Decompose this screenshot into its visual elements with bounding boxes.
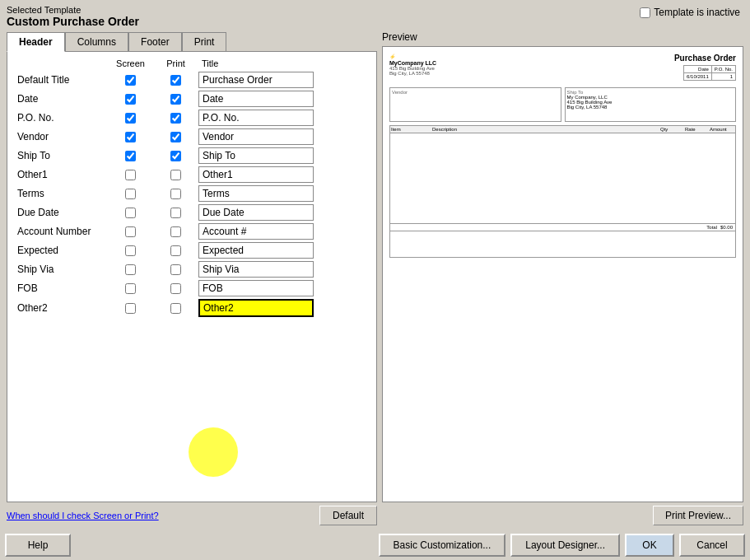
print-checkbox-other1[interactable] [170, 170, 181, 180]
field-row-po-no: P.O. No. [14, 110, 370, 126]
print-checkbox-date[interactable] [170, 94, 181, 105]
preview-date-value: 6/10/2011 [684, 73, 712, 81]
screen-checkbox-date[interactable] [125, 94, 136, 105]
col-field-header [17, 58, 108, 68]
title-input-terms[interactable] [198, 185, 314, 202]
label-ship-via: Ship Via [17, 264, 108, 275]
preview-ship-to-addr3: Big City, LA 55748 [567, 105, 734, 110]
preview-col-rate: Rate [685, 127, 710, 132]
screen-checkbox-terms[interactable] [125, 189, 136, 199]
basic-customization-button[interactable]: Basic Customization... [379, 534, 506, 557]
tab-print[interactable]: Print [182, 32, 227, 52]
label-due-date: Due Date [17, 207, 108, 218]
label-fob: FOB [17, 282, 108, 294]
screen-checkbox-other2[interactable] [125, 303, 136, 314]
label-other2: Other2 [17, 302, 108, 314]
label-other1: Other1 [17, 169, 108, 180]
field-row-vendor: Vendor [14, 128, 370, 145]
main-window: Selected Template Custom Purchase Order … [0, 0, 750, 560]
print-checkbox-vendor[interactable] [170, 132, 181, 142]
title-input-vendor[interactable] [198, 128, 314, 145]
left-panel: Header Columns Footer Print Screen Print… [7, 31, 377, 525]
screen-checkbox-ship-via[interactable] [125, 264, 136, 275]
col-print-header: Print [153, 58, 198, 68]
screen-checkbox-other1[interactable] [125, 170, 136, 180]
preview-col-qty: Qty [660, 127, 685, 132]
print-preview-button[interactable]: Print Preview... [653, 506, 743, 525]
field-row-date: Date [14, 91, 370, 107]
cancel-button[interactable]: Cancel [679, 534, 745, 557]
screen-checkbox-fob[interactable] [125, 283, 136, 294]
print-checkbox-due-date[interactable] [170, 208, 181, 218]
label-expected: Expected [17, 245, 108, 256]
preview-vendor-label: Vendor [392, 90, 559, 95]
field-row-due-date: Due Date [14, 204, 370, 221]
field-row-expected: Expected [14, 242, 370, 259]
field-row-fob: FOB [14, 280, 370, 296]
selected-template-label: Selected Template [7, 5, 743, 15]
field-row-other1: Other1 [14, 166, 370, 183]
title-input-other1[interactable] [198, 166, 314, 183]
title-input-po-no[interactable] [198, 110, 314, 126]
title-input-other2[interactable] [198, 299, 314, 317]
field-row-account-number: Account Number [14, 223, 370, 240]
print-checkbox-default-title[interactable] [170, 75, 181, 86]
screen-checkbox-po-no[interactable] [125, 113, 136, 124]
preview-po-no-value: 1 [711, 73, 735, 81]
print-checkbox-expected[interactable] [170, 245, 181, 256]
title-input-account-number[interactable] [198, 223, 314, 240]
screen-checkbox-account-number[interactable] [125, 226, 136, 237]
preview-col-desc: Description [432, 127, 660, 132]
print-checkbox-ship-via[interactable] [170, 264, 181, 275]
preview-po-title: Purchase Order [674, 54, 736, 63]
title-input-date[interactable] [198, 91, 314, 107]
screen-checkbox-expected[interactable] [125, 245, 136, 256]
field-row-ship-via: Ship Via [14, 261, 370, 278]
preview-label: Preview [382, 31, 743, 43]
header-content: Screen Print Title Default Title Date [7, 51, 377, 502]
label-default-title: Default Title [17, 74, 108, 86]
title-input-ship-via[interactable] [198, 261, 314, 278]
footer-buttons: Help Basic Customization... Layout Desig… [0, 529, 750, 560]
tabs-container: Header Columns Footer Print [7, 31, 377, 51]
tab-header[interactable]: Header [7, 32, 65, 52]
layout-designer-button[interactable]: Layout Designer... [510, 534, 620, 557]
default-button[interactable]: Default [319, 506, 377, 525]
field-row-other2: Other2 [14, 299, 370, 317]
template-inactive-checkbox[interactable] [640, 7, 650, 18]
screen-checkbox-due-date[interactable] [125, 208, 136, 218]
print-checkbox-terms[interactable] [170, 189, 181, 199]
screen-checkbox-vendor[interactable] [125, 132, 136, 142]
screen-checkbox-ship-to[interactable] [125, 151, 136, 161]
right-panel: Preview ⚡ MyCompany LLC 415 Big Building… [382, 31, 743, 525]
preview-address2: Big City, LA 55748 [389, 71, 436, 76]
preview-notes-area [389, 231, 736, 258]
title-input-due-date[interactable] [198, 204, 314, 221]
preview-data-area [389, 133, 736, 224]
title-input-expected[interactable] [198, 242, 314, 259]
col-title-header: Title [198, 58, 370, 68]
print-checkbox-fob[interactable] [170, 283, 181, 294]
help-link[interactable]: When should I check Screen or Print? [7, 511, 159, 520]
title-input-fob[interactable] [198, 280, 314, 296]
print-checkbox-po-no[interactable] [170, 113, 181, 124]
title-input-default-title[interactable] [198, 72, 314, 88]
print-checkbox-other2[interactable] [170, 303, 181, 314]
ok-button[interactable]: OK [625, 534, 674, 557]
preview-col-item: Item [391, 127, 432, 132]
title-input-ship-to[interactable] [198, 147, 314, 164]
print-checkbox-account-number[interactable] [170, 226, 181, 237]
tab-footer[interactable]: Footer [128, 32, 182, 52]
col-screen-header: Screen [108, 58, 153, 68]
tab-columns[interactable]: Columns [65, 32, 128, 52]
print-checkbox-ship-to[interactable] [170, 151, 181, 161]
help-button[interactable]: Help [5, 534, 71, 557]
preview-col-amount: Amount [710, 127, 734, 132]
preview-date-label: Date [684, 66, 712, 73]
label-po-no: P.O. No. [17, 112, 108, 124]
preview-total-value: $0.00 [720, 225, 733, 230]
preview-company-name: MyCompany LLC [389, 60, 436, 66]
label-ship-to: Ship To [17, 150, 108, 161]
screen-checkbox-default-title[interactable] [125, 75, 136, 86]
field-row-ship-to: Ship To [14, 147, 370, 164]
